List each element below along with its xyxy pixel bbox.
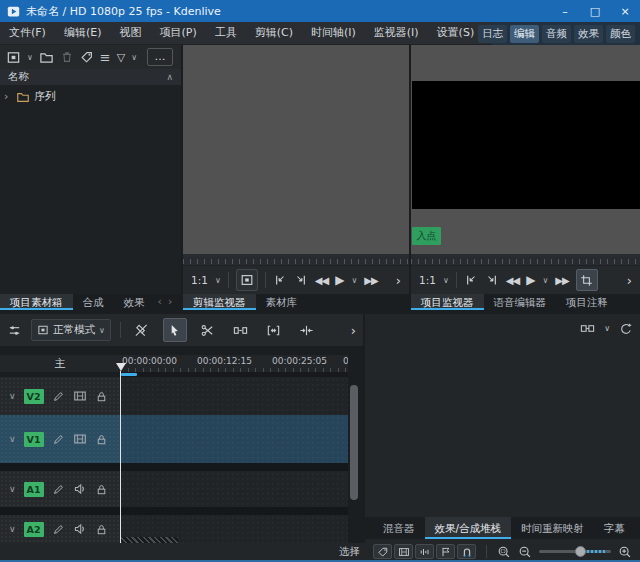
edit-mode-dropdown[interactable]: 正常模式 ∨ [31, 319, 111, 341]
track-header-a2[interactable]: ∨ A2 [0, 515, 120, 543]
panel-splitter[interactable] [181, 45, 183, 310]
video-thumbnails-icon[interactable] [73, 432, 87, 446]
transport-overflow-icon[interactable]: › [396, 273, 401, 288]
menu-project[interactable]: 项目(P) [150, 22, 205, 44]
panel-splitter[interactable] [409, 45, 411, 310]
transport-overflow-icon[interactable]: › [627, 273, 632, 288]
chevron-down-icon[interactable]: ∨ [604, 324, 610, 333]
bin-more-button[interactable]: … [147, 48, 173, 66]
tab-project-notes[interactable]: 项目注释 [556, 294, 618, 310]
marker-comments-button[interactable] [436, 544, 455, 559]
timeline-ruler[interactable]: 00:00:00:00 00:00:12:15 00:00:25:05 00:0 [120, 355, 348, 372]
track-header-v1[interactable]: ∨ V1 [0, 415, 120, 463]
tab-project-monitor[interactable]: 项目监视器 [411, 294, 484, 310]
bin-item-sequence[interactable]: › 序列 [0, 86, 181, 107]
playhead-handle[interactable] [116, 363, 126, 371]
view-mode-icon[interactable]: ≡ [100, 50, 111, 65]
track-lane[interactable] [120, 471, 348, 507]
track-badge[interactable]: V1 [24, 432, 44, 447]
monitor-zoom-level[interactable]: 1:1 [419, 274, 436, 286]
razor-tool-button[interactable] [196, 318, 220, 342]
track-badge[interactable]: A2 [24, 522, 44, 537]
rewind-icon[interactable]: ◀◀ [506, 275, 519, 286]
tab-scroll-right-icon[interactable]: › [165, 294, 175, 310]
zone-out-icon[interactable] [294, 273, 308, 287]
play-dropdown-icon[interactable]: ∨ [542, 276, 548, 285]
monitor-zoom-level[interactable]: 1:1 [191, 274, 208, 286]
tab-project-bin[interactable]: 项目素材箱 [0, 294, 73, 310]
lock-icon[interactable] [95, 390, 108, 403]
tab-effects[interactable]: 效果 [114, 294, 155, 310]
menu-clip[interactable]: 剪辑(C) [246, 22, 302, 44]
timeline-settings-icon[interactable] [7, 323, 22, 338]
forward-icon[interactable]: ▶▶ [555, 275, 568, 286]
track-header-v2[interactable]: ∨ V2 [0, 377, 120, 415]
spacer-tool-button[interactable] [229, 318, 253, 342]
tab-subtitles[interactable]: 字幕 [594, 517, 635, 539]
rewind-icon[interactable]: ◀◀ [315, 275, 328, 286]
monitor-overlay-button[interactable] [236, 269, 258, 291]
reset-icon[interactable] [619, 322, 633, 336]
tab-scroll-left-icon[interactable]: ‹ [155, 294, 165, 310]
lock-icon[interactable] [95, 483, 108, 496]
play-icon[interactable]: ▶ [526, 273, 535, 287]
zoom-in-button[interactable] [618, 545, 632, 559]
timeline-zone[interactable] [121, 373, 137, 376]
create-folder-icon[interactable] [39, 50, 54, 65]
forward-icon[interactable]: ▶▶ [364, 275, 377, 286]
zoom-dropdown-icon[interactable]: ∨ [215, 276, 221, 285]
zone-mode-button[interactable] [576, 269, 598, 291]
tab-speech-editor[interactable]: 语音编辑器 [484, 294, 557, 310]
edit-track-icon[interactable] [52, 483, 65, 496]
menu-view[interactable]: 视图 [110, 22, 150, 44]
tag-icon[interactable] [80, 50, 94, 64]
tab-mixer[interactable]: 混音器 [373, 517, 425, 539]
zoom-dropdown-icon[interactable]: ∨ [443, 276, 449, 285]
bin-column-header[interactable]: 名称 ∧ [0, 69, 181, 86]
workspace-effects[interactable]: 效果 [574, 25, 603, 43]
workspace-audio[interactable]: 音频 [542, 25, 571, 43]
mix-off-tool-button[interactable] [130, 318, 154, 342]
audio-thumbnails-icon[interactable] [73, 522, 87, 536]
audio-thumbnails-icon[interactable] [73, 482, 87, 496]
clip-monitor-ruler[interactable] [183, 254, 409, 265]
track-lane[interactable] [120, 377, 348, 415]
tab-effect-stack[interactable]: 效果/合成堆栈 [425, 517, 512, 539]
menu-tools[interactable]: 工具 [206, 22, 246, 44]
timeline-vertical-scrollbar[interactable] [350, 385, 358, 500]
play-dropdown-icon[interactable]: ∨ [351, 276, 357, 285]
close-button[interactable]: × [610, 0, 640, 22]
filter-icon[interactable]: ▽ [117, 51, 125, 64]
toolbar-overflow-icon[interactable]: › [351, 323, 356, 338]
chevron-down-icon[interactable]: ∨ [9, 524, 16, 534]
edit-track-icon[interactable] [52, 523, 65, 536]
add-clip-icon[interactable] [6, 50, 21, 65]
maximize-button[interactable]: □ [580, 0, 610, 22]
workspace-editing[interactable]: 编辑 [510, 25, 539, 43]
show-markers-button[interactable] [373, 544, 392, 559]
video-thumbnails-button[interactable] [394, 544, 413, 559]
zone-in-icon[interactable] [464, 273, 478, 287]
expander-icon[interactable]: › [4, 90, 12, 103]
play-icon[interactable]: ▶ [335, 273, 344, 287]
selection-tool-button[interactable] [163, 318, 187, 342]
lock-icon[interactable] [95, 523, 108, 536]
menu-edit[interactable]: 编辑(E) [55, 22, 111, 44]
menu-timeline[interactable]: 时间轴(I) [302, 22, 365, 44]
timeline-zoom-slider[interactable] [539, 544, 611, 559]
compare-icon[interactable] [580, 321, 595, 336]
zoom-fit-button[interactable] [497, 545, 511, 559]
delete-icon[interactable] [60, 50, 74, 64]
minimize-button[interactable]: – [550, 0, 580, 22]
chevron-down-icon[interactable]: ∨ [9, 391, 16, 401]
snap-button[interactable] [457, 544, 476, 559]
zone-out-icon[interactable] [485, 273, 499, 287]
track-badge[interactable]: A1 [24, 482, 44, 497]
tab-library[interactable]: 素材库 [256, 294, 308, 310]
menu-monitor[interactable]: 监视器(I) [365, 22, 428, 44]
video-thumbnails-icon[interactable] [73, 389, 87, 403]
tab-compositions[interactable]: 合成 [73, 294, 114, 310]
workspace-color[interactable]: 颜色 [606, 25, 635, 43]
menu-settings[interactable]: 设置(S) [428, 22, 484, 44]
chevron-down-icon[interactable]: ∨ [9, 484, 16, 494]
